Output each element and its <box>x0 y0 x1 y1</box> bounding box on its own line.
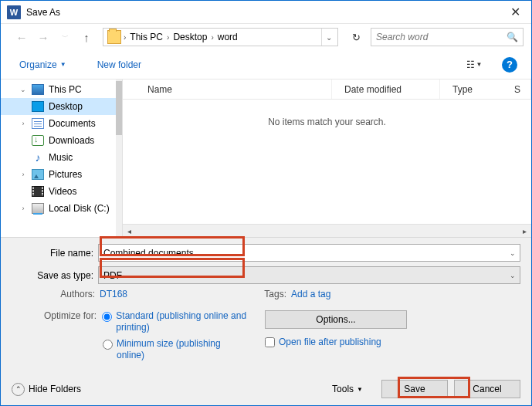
options-button[interactable]: Options... <box>265 310 407 329</box>
savetype-field[interactable]: PDF⌄ <box>98 266 520 284</box>
hide-folders-button[interactable]: ⌃Hide Folders <box>12 383 81 396</box>
music-icon: ♪ <box>32 152 44 163</box>
save-button[interactable]: Save <box>381 380 448 398</box>
chevron-up-icon: ⌃ <box>12 383 25 396</box>
col-date[interactable]: Date modified <box>332 80 440 99</box>
disk-icon <box>32 203 44 214</box>
scroll-right-icon[interactable]: ▸ <box>518 227 531 235</box>
pictures-icon <box>32 169 44 180</box>
tree-local-disk[interactable]: ›Local Disk (C:) <box>1 200 122 217</box>
tags-value[interactable]: Add a tag <box>291 289 330 299</box>
up-button[interactable]: ↑ <box>78 29 95 46</box>
tree-this-pc[interactable]: ⌄This PC <box>1 81 122 98</box>
scroll-left-icon[interactable]: ◂ <box>123 227 136 235</box>
toolbar: Organize▼ New folder ☷▼ ? <box>1 50 531 80</box>
breadcrumb-root[interactable]: This PC <box>126 32 167 42</box>
back-button[interactable]: ← <box>13 29 30 46</box>
open-after-checkbox[interactable]: Open file after publishing <box>265 337 520 347</box>
title-bar: W Save As ✕ <box>1 1 531 24</box>
folder-tree: ⌄This PC Desktop ›Documents Downloads ♪M… <box>1 80 123 237</box>
new-folder-button[interactable]: New folder <box>93 56 146 73</box>
radio-minimum-input[interactable] <box>103 340 113 350</box>
help-button[interactable]: ? <box>502 57 517 73</box>
filename-input[interactable] <box>103 248 515 259</box>
authors-label: Authors: <box>55 289 100 299</box>
nav-bar: ← → ﹀ ↑ › This PC › Desktop › word ⌄ ↻ 🔍 <box>1 24 531 50</box>
chevron-down-icon: ▼ <box>60 61 66 68</box>
desktop-icon <box>32 101 44 112</box>
forward-button[interactable]: → <box>35 29 52 46</box>
refresh-button[interactable]: ↻ <box>346 28 366 46</box>
search-icon[interactable]: 🔍 <box>507 32 518 42</box>
search-box[interactable]: 🔍 <box>371 28 524 46</box>
videos-icon <box>32 186 44 197</box>
open-after-input[interactable] <box>265 337 275 347</box>
col-name[interactable]: Name <box>135 80 332 99</box>
col-type[interactable]: Type <box>440 80 510 99</box>
recent-dropdown[interactable]: ﹀ <box>56 29 73 46</box>
savetype-value: PDF <box>103 270 122 281</box>
radio-minimum[interactable]: Minimum size (publishing online) <box>41 338 265 361</box>
close-button[interactable]: ✕ <box>506 5 525 19</box>
tools-dropdown[interactable]: Tools▼ <box>332 384 363 394</box>
documents-icon <box>32 118 44 129</box>
radio-standard[interactable]: Standard (publishing online and printing… <box>102 310 247 333</box>
filename-label: File name: <box>12 248 98 259</box>
tree-videos[interactable]: Videos <box>1 183 122 200</box>
word-app-icon: W <box>7 5 21 19</box>
chevron-down-icon[interactable]: ⌄ <box>510 249 516 257</box>
breadcrumb-word[interactable]: word <box>214 32 242 42</box>
tree-downloads[interactable]: Downloads <box>1 132 122 149</box>
tree-scrollbar[interactable] <box>116 80 122 237</box>
tree-pictures[interactable]: ›Pictures <box>1 166 122 183</box>
chevron-down-icon: ▼ <box>357 386 363 393</box>
optimize-label: Optimize for: <box>41 310 100 321</box>
column-headers: Name Date modified Type S <box>123 80 531 100</box>
filename-field[interactable]: ⌄ <box>98 244 520 262</box>
tree-documents[interactable]: ›Documents <box>1 115 122 132</box>
authors-value[interactable]: DT168 <box>100 289 127 299</box>
address-dropdown[interactable]: ⌄ <box>321 29 336 46</box>
organize-button[interactable]: Organize▼ <box>15 56 71 73</box>
file-scrollbar[interactable]: ◂ ▸ <box>123 224 531 237</box>
view-options-button[interactable]: ☷▼ <box>457 56 491 73</box>
radio-standard-input[interactable] <box>102 312 112 322</box>
downloads-icon <box>32 135 44 146</box>
savetype-label: Save as type: <box>12 270 98 281</box>
breadcrumb-desktop[interactable]: Desktop <box>169 32 211 42</box>
tags-label: Tags: <box>246 289 291 299</box>
folder-icon <box>107 30 121 44</box>
cancel-button[interactable]: Cancel <box>454 380 520 398</box>
empty-message: No items match your search. <box>123 100 531 224</box>
tree-desktop[interactable]: Desktop <box>1 98 122 115</box>
chevron-down-icon: ▼ <box>476 61 483 68</box>
col-size[interactable]: S <box>510 80 531 99</box>
save-panel: File name: ⌄ Save as type: PDF⌄ Authors:… <box>1 237 531 406</box>
pc-icon <box>32 84 44 95</box>
window-title: Save As <box>26 7 60 18</box>
view-icon: ☷ <box>466 59 475 70</box>
address-bar[interactable]: › This PC › Desktop › word ⌄ <box>103 28 338 46</box>
file-list-pane: Name Date modified Type S No items match… <box>123 80 531 237</box>
tree-music[interactable]: ♪Music <box>1 149 122 166</box>
search-input[interactable] <box>376 32 507 42</box>
chevron-down-icon[interactable]: ⌄ <box>510 272 516 279</box>
